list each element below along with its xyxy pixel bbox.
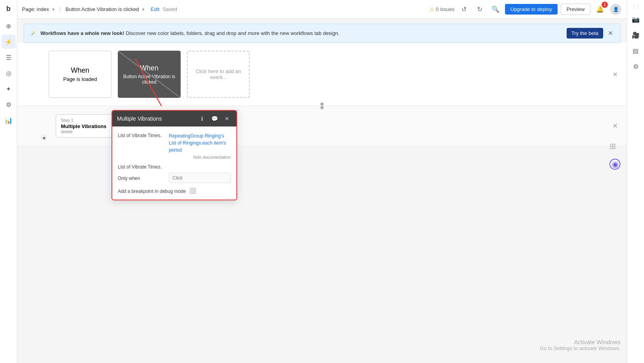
watermark-line2: Go to Settings to activate Windows. <box>540 345 620 351</box>
redo-icon: ↻ <box>477 6 482 13</box>
event-label-1: Page is loaded <box>63 76 97 82</box>
popup-header: Multiple Vibrations ℹ 💬 ✕ <box>112 111 236 126</box>
main-area: Page: index ▾ | Button Active Vibration … <box>17 0 627 363</box>
preview-button[interactable]: Preview <box>561 4 591 15</box>
right-panel-video[interactable]: 🎥 <box>629 28 643 42</box>
chevron-down-icon[interactable]: ▾ <box>52 7 55 12</box>
step-card-multiple-vibrations[interactable]: Step 1 Multiple Vibrations delete <box>56 114 119 138</box>
sidebar-item-analytics[interactable]: 📊 <box>2 113 16 127</box>
database-icon: ◎ <box>6 70 11 77</box>
section-label: List of Vibrate Times. <box>118 164 231 170</box>
right-panel: ⋮⋮ 📷 🎥 ▤ ⚙ <box>627 0 644 363</box>
user-avatar[interactable]: 👤 <box>609 3 622 16</box>
search-button[interactable]: 🔍 <box>489 3 502 16</box>
right-panel-camera[interactable]: 📷 <box>629 12 643 26</box>
sidebar-item-database[interactable]: ◎ <box>2 66 16 80</box>
issues-count: 0 issues <box>436 6 455 12</box>
step-name-label: Multiple Vibrations <box>61 123 113 129</box>
step-delete-button[interactable]: delete <box>61 129 113 134</box>
collapse-icon: ◀ <box>42 136 45 140</box>
notifications-button[interactable]: 🔔 1 <box>594 3 606 16</box>
vibrate-times-value[interactable]: RepeatingGroup Ringing's List of Ringing… <box>169 133 226 153</box>
redo-button[interactable]: ↻ <box>474 3 486 16</box>
when-label-1: When <box>71 66 89 75</box>
analytics-icon: 📊 <box>5 117 13 124</box>
popup-info-button[interactable]: ℹ <box>197 114 207 123</box>
step-num-label: Step 1 <box>61 118 113 123</box>
upgrade-to-deploy-button[interactable]: Upgrade to deploy <box>505 4 558 15</box>
hide-doc-link[interactable]: hide documentation <box>169 155 231 160</box>
connector-dot-bottom <box>320 106 324 109</box>
edit-button[interactable]: Edit <box>151 6 159 12</box>
workflow-name[interactable]: Button Active Vibration is clicked <box>66 6 139 12</box>
undo-button[interactable]: ↺ <box>458 3 470 16</box>
connector-dot-top <box>320 103 324 106</box>
only-when-input[interactable] <box>169 173 231 183</box>
header-divider: | <box>59 6 61 13</box>
sidebar-item-data[interactable]: ☰ <box>2 50 16 64</box>
trigger-row: When Page is loaded When Button Active V… <box>17 43 627 106</box>
data-icon: ☰ <box>6 54 11 61</box>
banner-text: Workflows have a whole new look! Discove… <box>40 30 563 36</box>
popup-chat-button[interactable]: 💬 <box>210 114 219 123</box>
vibrate-times-label: List of Vibrate Times. <box>118 132 165 138</box>
sidebar-item-home[interactable]: ⊕ <box>2 19 16 33</box>
trigger-card-page-loaded[interactable]: When Page is loaded <box>49 51 112 98</box>
right-panel-layers[interactable]: ▤ <box>629 44 643 58</box>
popup-title: Multiple Vibrations <box>117 116 194 122</box>
sidebar-item-settings[interactable]: ⚙ <box>2 97 16 112</box>
extra-icons: ⊞ ◉ <box>609 141 620 170</box>
notification-badge: 1 <box>602 2 608 8</box>
sidebar-item-plugins[interactable]: ✦ <box>2 82 16 96</box>
breakpoint-label: Add a breakpoint in debug mode <box>118 188 186 194</box>
avatar-icon: 👤 <box>610 4 621 15</box>
event-label-2: Button Active Vibration is clicked <box>118 74 180 85</box>
popup-close-button[interactable]: ✕ <box>222 114 232 123</box>
grid-icon[interactable]: ⊞ <box>609 141 620 151</box>
workflow-chevron-icon[interactable]: ▾ <box>142 7 145 12</box>
video-icon: 🎥 <box>632 31 640 39</box>
circle-icon[interactable]: ◉ <box>609 159 620 170</box>
only-when-row: Only when <box>118 173 231 183</box>
issues-badge[interactable]: ⚠ 0 issues <box>430 6 455 12</box>
breakpoint-row: Add a breakpoint in debug mode <box>118 188 231 194</box>
only-when-label: Only when <box>118 175 165 181</box>
popup-body: List of Vibrate Times. RepeatingGroup Ri… <box>112 126 236 200</box>
layers-icon: ▤ <box>633 47 639 55</box>
right-panel-dots[interactable]: ⋮⋮ <box>630 3 641 11</box>
workflow-area: 🪄 Workflows have a whole new look! Disco… <box>17 19 627 363</box>
step-row: ◀ Step 1 Multiple Vibrations delete › Mu… <box>17 106 627 145</box>
camera-icon: 📷 <box>632 16 640 23</box>
settings-icon: ⚙ <box>6 101 11 108</box>
breakpoint-checkbox[interactable] <box>190 188 196 194</box>
wand-icon: 🪄 <box>30 30 37 36</box>
gear-icon: ⚙ <box>633 63 639 70</box>
new-look-banner: 🪄 Workflows have a whole new look! Disco… <box>24 24 620 43</box>
when-label-2: When <box>140 64 158 72</box>
app-logo[interactable]: b <box>3 3 14 14</box>
sidebar-item-workflows[interactable]: ⚡ <box>2 35 16 49</box>
workflows-icon: ⚡ <box>5 38 13 46</box>
vibrate-times-row: List of Vibrate Times. RepeatingGroup Ri… <box>118 132 231 160</box>
multiple-vibrations-popup: Multiple Vibrations ℹ 💬 ✕ List of Vibrat… <box>112 110 237 200</box>
left-sidebar: b ⊕ ⚡ ☰ ◎ ✦ ⚙ 📊 <box>0 0 17 363</box>
page-name[interactable]: Page: index <box>22 6 49 12</box>
plugins-icon: ✦ <box>6 85 11 93</box>
add-event-label: Click here to add an event... <box>188 68 249 80</box>
warning-icon: ⚠ <box>430 6 434 12</box>
close-step-row-button[interactable]: ✕ <box>611 122 619 130</box>
header: Page: index ▾ | Button Active Vibration … <box>17 0 627 19</box>
add-event-card[interactable]: Click here to add an event... <box>187 51 250 98</box>
close-workflow-row-button[interactable]: ✕ <box>611 70 619 78</box>
collapse-button[interactable]: ◀ <box>41 135 46 140</box>
saved-status: Saved <box>163 6 177 12</box>
undo-icon: ↺ <box>461 6 467 13</box>
banner-close-button[interactable]: ✕ <box>607 29 614 38</box>
windows-watermark: Activate Windows Go to Settings to activ… <box>540 339 620 351</box>
search-icon: 🔍 <box>492 6 499 13</box>
watermark-line1: Activate Windows <box>540 339 620 345</box>
trigger-card-button-vibration[interactable]: When Button Active Vibration is clicked <box>118 51 181 98</box>
try-beta-button[interactable]: Try the beta <box>567 28 603 38</box>
home-icon: ⊕ <box>6 22 11 30</box>
right-panel-settings[interactable]: ⚙ <box>629 59 643 73</box>
